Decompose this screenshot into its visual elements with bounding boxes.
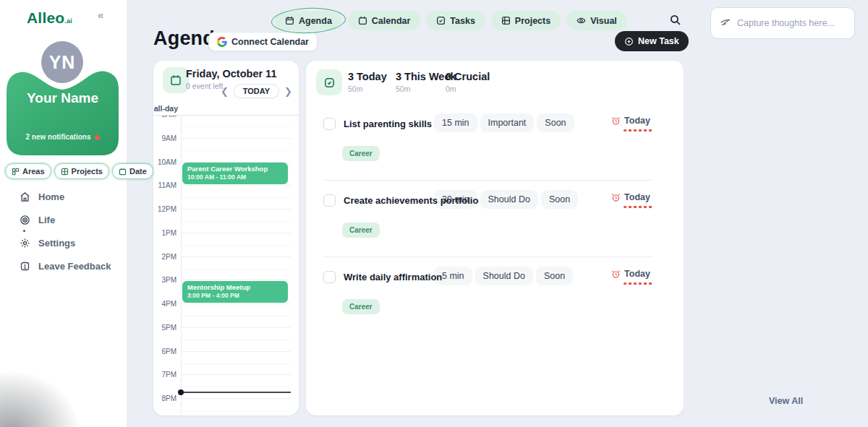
new-task-label: New Task [638,36,679,46]
half-hour-line [181,126,291,127]
stat-sub: 0m [446,85,490,93]
sidebar-item-life[interactable]: Life [20,215,111,225]
hour-label: 10AM [153,158,176,166]
duration-badge[interactable]: 15 min [434,113,477,132]
app-root: Agenda Calendar Tasks Projects Visual Ag… [0,0,868,427]
sidebar-item-home[interactable]: Home [20,191,111,202]
task-title[interactable]: List parenting skills [344,118,432,129]
task-row: List parenting skills 15 min Important S… [306,104,684,181]
when-badge[interactable]: Soon [536,267,573,285]
hour-row[interactable]: 2PM [181,256,291,280]
tab-label: Calendar [372,16,411,26]
current-time-indicator [181,392,291,393]
task-tag[interactable]: Career [342,146,380,161]
due-underline [624,129,654,131]
alarm-clock-icon [611,116,621,126]
hour-label: 1PM [153,229,176,237]
calendar-panel: Friday, October 11 0 event left ❮ TODAY … [153,61,299,415]
task-tag[interactable]: Career [342,223,380,238]
due-today[interactable]: Today [611,192,650,202]
hour-row[interactable]: 7PM [181,374,291,398]
hour-row[interactable]: 1PM [181,233,291,256]
hour-row[interactable]: 4PM [181,303,291,327]
due-label: Today [624,192,650,202]
menu-label: Settings [38,238,75,249]
half-hour-line [181,316,291,316]
hour-label: 8PM [153,394,176,402]
when-badge[interactable]: Soon [537,113,574,132]
profile-card[interactable]: YN Your Name 2 new notifications [7,41,119,155]
collapse-sidebar-icon[interactable]: « [98,9,103,21]
task-title[interactable]: Create achievements portfolio [344,195,478,206]
view-all-link[interactable]: View All [769,396,803,406]
filter-date[interactable]: Date [112,163,153,179]
hour-row[interactable]: 9AM [181,138,291,162]
new-task-button[interactable]: New Task [615,31,689,51]
hour-row[interactable]: 11AM [181,185,291,209]
due-today[interactable]: Today [611,269,650,279]
half-hour-line [181,150,291,151]
half-hour-line [181,221,291,222]
prev-day-icon[interactable]: ❮ [221,87,229,96]
tab-projects[interactable]: Projects [491,11,561,30]
notifications-text[interactable]: 2 new notifications [7,133,119,141]
task-row: Write daily affirmation 5 min Should Do … [306,257,684,334]
priority-badge[interactable]: Should Do [475,267,533,285]
due-today[interactable]: Today [611,116,650,126]
task-checkbox[interactable] [323,118,336,130]
filter-label: Date [129,167,147,176]
task-title[interactable]: Write daily affirmation [344,272,442,282]
priority-badge[interactable]: Should Do [480,190,538,209]
calendar-event[interactable]: Mentorship Meetup 3:00 PM - 4:00 PM [182,281,288,303]
tab-visual[interactable]: Visual [566,11,627,30]
stat-label: 0 Crucial [446,71,490,82]
event-title: Mentorship Meetup [187,283,283,292]
task-checkbox[interactable] [323,271,336,283]
half-hour-line [181,340,291,340]
task-badges: 5 min Should Do Soon [434,267,573,285]
tasks-panel-icon [316,69,342,95]
today-button[interactable]: TODAY [234,84,279,98]
hour-row[interactable]: 8AM [181,114,291,138]
filter-label: Projects [72,167,103,176]
tab-agenda[interactable]: Agenda [275,11,342,30]
hour-label: 11AM [153,181,176,189]
due-label: Today [624,269,650,279]
hour-label: 3PM [153,276,176,284]
filter-areas[interactable]: Areas [5,163,51,179]
top-nav: Agenda Calendar Tasks Projects Visual [275,11,627,30]
hour-row[interactable]: 5PM [181,327,291,351]
connect-calendar-button[interactable]: Connect Calendar [208,32,318,51]
scribble-icon [720,17,731,29]
when-badge[interactable]: Soon [541,190,578,209]
tab-tasks[interactable]: Tasks [426,11,485,30]
priority-badge[interactable]: Important [480,113,535,132]
avatar[interactable]: YN [41,41,83,83]
agenda-icon [285,16,294,25]
sidebar-item-leave-feedback[interactable]: Leave Feedback [20,261,111,272]
hour-row[interactable]: 6PM [181,351,291,375]
stat-crucial: 0 Crucial 0m [446,71,490,93]
filter-projects[interactable]: Projects [54,163,109,179]
due-underline [624,206,654,208]
search-icon[interactable] [669,14,681,29]
hour-rows: Parent Career Workshop 10:00 AM - 11:00 … [153,114,299,415]
task-checkbox[interactable] [323,194,336,207]
tab-calendar[interactable]: Calendar [348,11,421,30]
gear-icon [20,238,30,249]
hour-label: 7PM [153,371,176,379]
sidebar-filters: Areas Projects Date [5,163,153,179]
capture-thoughts-input[interactable] [737,18,846,28]
logo-suffix: .ai [64,17,72,25]
due-label: Today [624,116,650,126]
hour-row[interactable]: 8PM [181,398,291,415]
next-day-icon[interactable]: ❯ [284,87,292,96]
task-tag[interactable]: Career [342,299,380,314]
task-row: Create achievements portfolio 30 min Sho… [306,181,684,257]
hour-label: 5PM [153,324,176,332]
sidebar-item-settings[interactable]: Settings [20,238,111,249]
hour-row[interactable]: 12PM [181,209,291,233]
calendar-event[interactable]: Parent Career Workshop 10:00 AM - 11:00 … [182,163,288,184]
tasks-panel: 3 Today 50m 3 This Week 50m 0 Crucial 0m… [306,61,684,415]
corner-shade [0,365,87,427]
